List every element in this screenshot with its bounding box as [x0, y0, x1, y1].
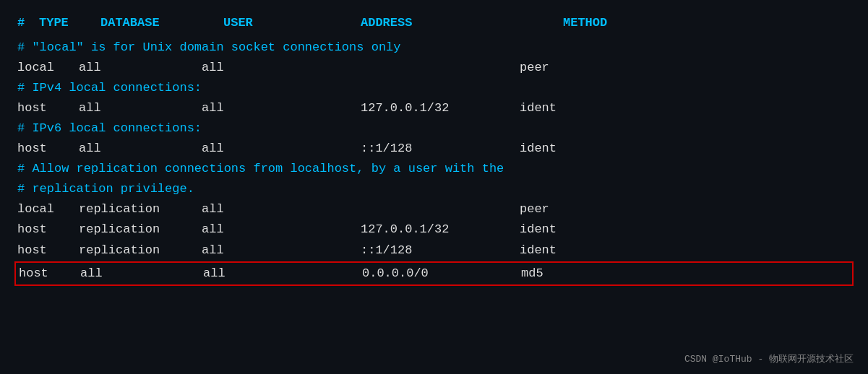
comment-row: # IPv6 local connections:	[17, 118, 851, 139]
col-type: host	[17, 219, 79, 240]
col-db: all	[80, 264, 203, 284]
col-db: all	[79, 139, 202, 159]
col-db: replication	[79, 219, 202, 240]
header-type: TYPE	[39, 13, 100, 33]
header-address: ADDRESS	[361, 13, 563, 33]
col-addr	[361, 199, 520, 219]
col-addr: 127.0.0.1/32	[361, 219, 520, 240]
col-type: host	[17, 240, 79, 261]
col-type: host	[17, 98, 79, 118]
col-db: replication	[79, 199, 202, 219]
col-user: all	[202, 98, 361, 118]
col-method: peer	[520, 199, 549, 219]
col-addr: ::1/128	[361, 240, 520, 261]
col-type: local	[17, 199, 79, 219]
header-method: METHOD	[563, 13, 607, 33]
col-type: host	[17, 139, 79, 159]
col-user: all	[203, 264, 362, 284]
col-addr: 0.0.0.0/0	[362, 264, 521, 284]
data-row: hostreplicationall127.0.0.1/32ident	[17, 219, 851, 240]
col-method: ident	[520, 219, 557, 240]
highlighted-data-row: hostallall0.0.0.0/0md5	[19, 264, 849, 284]
col-addr: ::1/128	[361, 139, 520, 159]
rows-container: # "local" is for Unix domain socket conn…	[17, 38, 851, 286]
comment-row: # Allow replication connections from loc…	[17, 159, 851, 179]
code-block: # TYPE DATABASE USER ADDRESS METHOD # "l…	[17, 13, 851, 286]
comment-row: # IPv4 local connections:	[17, 78, 851, 98]
highlighted-row: hostallall0.0.0.0/0md5	[14, 261, 854, 286]
header-database: DATABASE	[100, 13, 223, 33]
comment-row: # "local" is for Unix domain socket conn…	[17, 38, 851, 58]
col-user: all	[202, 199, 361, 219]
terminal: # TYPE DATABASE USER ADDRESS METHOD # "l…	[0, 0, 868, 374]
data-row: hostallall::1/128ident	[17, 139, 851, 159]
col-addr	[361, 58, 520, 78]
col-method: ident	[520, 240, 557, 261]
col-user: all	[202, 240, 361, 261]
data-row: localallallpeer	[17, 58, 851, 78]
col-type: host	[19, 264, 80, 284]
header-hash: #	[17, 13, 39, 33]
col-db: all	[79, 58, 202, 78]
col-method: ident	[520, 98, 557, 118]
comment-row: # replication privilege.	[17, 179, 851, 199]
col-method: ident	[520, 139, 557, 159]
col-db: all	[79, 98, 202, 118]
col-type: local	[17, 58, 79, 78]
header-row: # TYPE DATABASE USER ADDRESS METHOD	[17, 13, 851, 33]
col-user: all	[202, 58, 361, 78]
header-user: USER	[223, 13, 361, 33]
col-method: md5	[521, 264, 543, 284]
col-db: replication	[79, 240, 202, 261]
col-user: all	[202, 139, 361, 159]
data-row: hostallall127.0.0.1/32ident	[17, 98, 851, 118]
col-method: peer	[520, 58, 549, 78]
data-row: hostreplicationall::1/128ident	[17, 240, 851, 261]
data-row: localreplicationallpeer	[17, 199, 851, 219]
col-addr: 127.0.0.1/32	[361, 98, 520, 118]
col-user: all	[202, 219, 361, 240]
watermark: CSDN @IoTHub - 物联网开源技术社区	[684, 352, 854, 365]
